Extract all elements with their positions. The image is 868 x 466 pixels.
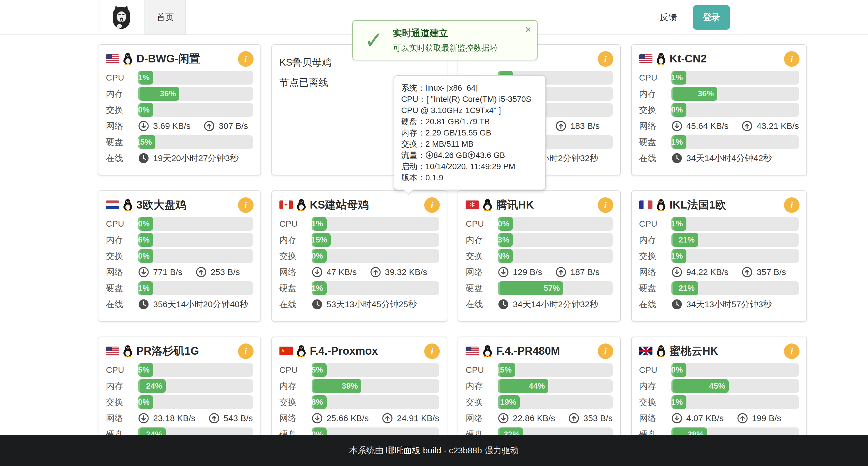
- tooltip-line-value: 2 MB/511 MB: [425, 139, 474, 148]
- mem-progress-fill: 21%: [672, 233, 698, 247]
- mem-progress-label: 21%: [679, 235, 698, 244]
- download-arrow-icon: [138, 121, 149, 131]
- close-icon[interactable]: ✕: [525, 25, 531, 34]
- net-speeds: 25.66 KB/s 24.91 KB/s: [312, 413, 439, 424]
- stat-row-mem: 内存21%: [639, 233, 799, 247]
- stat-row-cpu: CPU15%: [466, 363, 613, 377]
- info-icon[interactable]: i: [598, 343, 613, 359]
- stat-row-swap: 交换8%: [279, 395, 439, 409]
- stat-label-net: 网络: [466, 266, 498, 278]
- stat-label-cpu: CPU: [279, 219, 312, 229]
- tooltip-line-value: 2.29 GB/15.55 GB: [425, 128, 491, 137]
- tooltip-line-value: linux- [x86_64]: [425, 84, 478, 92]
- stat-label-swap: 交换: [279, 250, 312, 262]
- nav-tab-home[interactable]: 首页: [145, 0, 186, 35]
- stat-row-net: 网络 45.64 KB/s 43.21 KB/s: [639, 119, 799, 133]
- online-duration: 34天13小时57分钟3秒: [672, 299, 799, 310]
- mem-progress-track: 36%: [672, 87, 799, 101]
- stat-row-mem: 内存3%: [466, 233, 613, 247]
- mem-progress-fill: 39%: [312, 379, 362, 393]
- stat-row-online: 在线 34天14小时4分钟42秒: [639, 151, 799, 165]
- info-icon[interactable]: i: [784, 197, 800, 213]
- stat-row-swap: 交换19%: [466, 395, 613, 409]
- info-icon[interactable]: i: [238, 51, 253, 67]
- stat-row-swap: 交换NaN%: [466, 249, 613, 263]
- mem-progress-label: 45%: [709, 381, 729, 391]
- info-icon[interactable]: i: [784, 343, 800, 359]
- mem-progress-track: 15%: [312, 233, 439, 247]
- info-icon[interactable]: i: [784, 51, 800, 67]
- net-download-value: 4.07 KB/s: [686, 413, 724, 423]
- stat-row-swap: 交换1%: [639, 249, 799, 263]
- download-arrow-icon: [498, 413, 509, 424]
- info-icon[interactable]: i: [238, 343, 253, 359]
- stat-label-disk: 硬盘: [466, 282, 498, 294]
- swap-progress-label: 1%: [672, 398, 686, 407]
- disk-progress-label: 11%: [672, 137, 686, 147]
- net-upload-value: 353 B/s: [583, 413, 613, 423]
- server-card-header: KS建站母鸡: [279, 197, 439, 212]
- online-duration-value: 34天13小时57分钟3秒: [686, 299, 772, 310]
- traffic-upload-icon: [467, 151, 475, 159]
- footer-suffix: · c23b88b 强力驱动: [441, 445, 519, 455]
- linux-icon: [656, 52, 666, 65]
- disk-progress-label: 1%: [312, 284, 327, 293]
- flag-hk-icon: [466, 200, 479, 209]
- mem-progress-label: 15%: [312, 235, 331, 244]
- mem-progress-label: 3%: [498, 235, 513, 244]
- cpu-progress-fill: 1%: [672, 217, 686, 231]
- traffic-download-icon: [425, 151, 433, 159]
- footer-panel-link[interactable]: 哪吒面板 build: [386, 445, 441, 455]
- footer-prefix: 本系统由: [349, 445, 386, 455]
- net-upload-value: 543 B/s: [224, 413, 253, 423]
- cpu-progress-track: 0%: [672, 363, 799, 377]
- info-icon[interactable]: i: [598, 197, 613, 213]
- stat-label-online: 在线: [639, 153, 672, 164]
- swap-progress-track: 0%: [312, 249, 439, 263]
- stat-row-net: 网络 4.07 KB/s 199 B/s: [639, 411, 799, 425]
- online-duration-value: 19天20小时27分钟3秒: [153, 153, 239, 164]
- feedback-link[interactable]: 反馈: [652, 11, 685, 23]
- stat-label-mem: 内存: [106, 88, 138, 100]
- tooltip-line-key: 硬盘：: [401, 117, 425, 126]
- flag-us-icon: [639, 54, 652, 63]
- download-arrow-icon: [312, 267, 322, 277]
- mem-progress-fill: 24%: [138, 379, 166, 393]
- info-icon[interactable]: i: [424, 343, 440, 359]
- cpu-progress-fill: 5%: [138, 363, 153, 377]
- server-card: KS建站母鸡iCPU1%内存15%交换0%网络 47 KB/s 39.32 KB…: [271, 191, 447, 322]
- cpu-progress-label: 0%: [138, 219, 153, 228]
- net-speeds: 45.64 KB/s 43.21 KB/s: [672, 121, 799, 131]
- disk-progress-label: 57%: [544, 284, 563, 293]
- mem-progress-track: 6%: [138, 233, 253, 247]
- swap-progress-track: 1%: [672, 395, 799, 409]
- server-card-header: F.4.-PR480M: [466, 343, 613, 358]
- stat-row-disk: 硬盘1%: [106, 281, 253, 295]
- upload-arrow-icon: [742, 121, 753, 131]
- info-icon[interactable]: i: [598, 51, 613, 67]
- tooltip-line-key: 启动：: [401, 162, 425, 171]
- server-card: 3欧大盘鸡iCPU0%内存6%交换0%网络 771 B/s 253 B/s硬盘1…: [98, 191, 261, 322]
- site-logo[interactable]: [98, 0, 145, 35]
- stat-row-mem: 内存36%: [106, 87, 253, 101]
- stat-label-net: 网络: [639, 266, 672, 278]
- download-arrow-icon: [672, 121, 682, 131]
- tooltip-line: CPU：[ "Intel(R) Core(TM) i5-3570S CPU @ …: [401, 94, 538, 116]
- stat-label-mem: 内存: [466, 380, 498, 392]
- mem-progress-label: 6%: [138, 235, 153, 244]
- swap-progress-fill: NaN%: [498, 249, 513, 263]
- cpu-progress-track: 1%: [672, 71, 799, 85]
- online-duration: 34天14小时4分钟42秒: [672, 153, 799, 164]
- server-name: 腾讯HK: [496, 198, 534, 212]
- tooltip-line-key: 流量：: [401, 151, 425, 160]
- info-icon[interactable]: i: [238, 197, 253, 213]
- swap-progress-fill: 1%: [672, 249, 686, 263]
- linux-icon: [482, 198, 493, 211]
- stat-row-cpu: CPU1%: [639, 217, 799, 231]
- server-name: KS建站母鸡: [310, 198, 369, 212]
- login-button[interactable]: 登录: [693, 5, 730, 30]
- stat-label-swap: 交换: [279, 396, 312, 408]
- info-icon[interactable]: i: [424, 197, 440, 213]
- check-icon: ✓: [364, 29, 384, 52]
- server-card-header: 3欧大盘鸡: [106, 197, 253, 212]
